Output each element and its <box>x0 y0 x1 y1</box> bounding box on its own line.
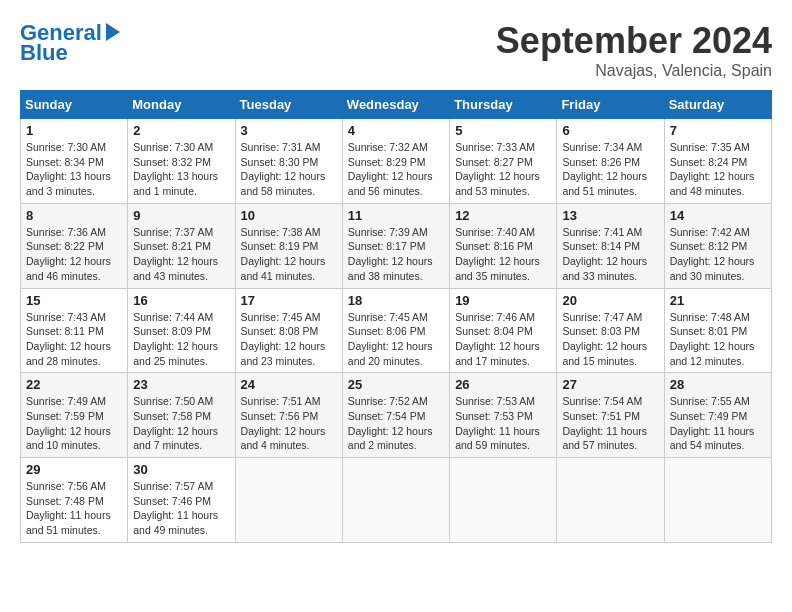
day-info: Sunrise: 7:34 AMSunset: 8:26 PMDaylight:… <box>562 140 658 199</box>
day-number: 5 <box>455 123 551 138</box>
calendar-cell: 24Sunrise: 7:51 AMSunset: 7:56 PMDayligh… <box>235 373 342 458</box>
day-number: 23 <box>133 377 229 392</box>
day-number: 25 <box>348 377 444 392</box>
calendar-week-row: 22Sunrise: 7:49 AMSunset: 7:59 PMDayligh… <box>21 373 772 458</box>
day-info: Sunrise: 7:45 AMSunset: 8:06 PMDaylight:… <box>348 310 444 369</box>
weekday-header-tuesday: Tuesday <box>235 91 342 119</box>
calendar-cell: 19Sunrise: 7:46 AMSunset: 8:04 PMDayligh… <box>450 288 557 373</box>
calendar-cell <box>557 458 664 543</box>
day-number: 13 <box>562 208 658 223</box>
day-number: 17 <box>241 293 337 308</box>
day-info: Sunrise: 7:43 AMSunset: 8:11 PMDaylight:… <box>26 310 122 369</box>
day-info: Sunrise: 7:32 AMSunset: 8:29 PMDaylight:… <box>348 140 444 199</box>
svg-marker-0 <box>106 23 120 41</box>
weekday-header-thursday: Thursday <box>450 91 557 119</box>
calendar-cell <box>664 458 771 543</box>
day-info: Sunrise: 7:40 AMSunset: 8:16 PMDaylight:… <box>455 225 551 284</box>
day-number: 12 <box>455 208 551 223</box>
day-info: Sunrise: 7:38 AMSunset: 8:19 PMDaylight:… <box>241 225 337 284</box>
calendar-cell: 16Sunrise: 7:44 AMSunset: 8:09 PMDayligh… <box>128 288 235 373</box>
calendar-cell <box>235 458 342 543</box>
calendar-cell: 23Sunrise: 7:50 AMSunset: 7:58 PMDayligh… <box>128 373 235 458</box>
weekday-header-friday: Friday <box>557 91 664 119</box>
calendar-cell: 4Sunrise: 7:32 AMSunset: 8:29 PMDaylight… <box>342 119 449 204</box>
day-number: 19 <box>455 293 551 308</box>
day-number: 10 <box>241 208 337 223</box>
day-number: 22 <box>26 377 122 392</box>
day-info: Sunrise: 7:48 AMSunset: 8:01 PMDaylight:… <box>670 310 766 369</box>
calendar-cell: 8Sunrise: 7:36 AMSunset: 8:22 PMDaylight… <box>21 203 128 288</box>
day-info: Sunrise: 7:55 AMSunset: 7:49 PMDaylight:… <box>670 394 766 453</box>
calendar-cell: 21Sunrise: 7:48 AMSunset: 8:01 PMDayligh… <box>664 288 771 373</box>
calendar-cell: 28Sunrise: 7:55 AMSunset: 7:49 PMDayligh… <box>664 373 771 458</box>
day-info: Sunrise: 7:56 AMSunset: 7:48 PMDaylight:… <box>26 479 122 538</box>
day-info: Sunrise: 7:49 AMSunset: 7:59 PMDaylight:… <box>26 394 122 453</box>
calendar-cell: 11Sunrise: 7:39 AMSunset: 8:17 PMDayligh… <box>342 203 449 288</box>
calendar-cell: 18Sunrise: 7:45 AMSunset: 8:06 PMDayligh… <box>342 288 449 373</box>
calendar-cell: 20Sunrise: 7:47 AMSunset: 8:03 PMDayligh… <box>557 288 664 373</box>
day-info: Sunrise: 7:51 AMSunset: 7:56 PMDaylight:… <box>241 394 337 453</box>
day-info: Sunrise: 7:53 AMSunset: 7:53 PMDaylight:… <box>455 394 551 453</box>
day-info: Sunrise: 7:30 AMSunset: 8:34 PMDaylight:… <box>26 140 122 199</box>
day-info: Sunrise: 7:41 AMSunset: 8:14 PMDaylight:… <box>562 225 658 284</box>
calendar-cell: 5Sunrise: 7:33 AMSunset: 8:27 PMDaylight… <box>450 119 557 204</box>
day-number: 14 <box>670 208 766 223</box>
month-title: September 2024 <box>496 20 772 62</box>
day-number: 4 <box>348 123 444 138</box>
weekday-header-monday: Monday <box>128 91 235 119</box>
day-info: Sunrise: 7:31 AMSunset: 8:30 PMDaylight:… <box>241 140 337 199</box>
calendar-cell: 6Sunrise: 7:34 AMSunset: 8:26 PMDaylight… <box>557 119 664 204</box>
calendar-cell: 15Sunrise: 7:43 AMSunset: 8:11 PMDayligh… <box>21 288 128 373</box>
calendar-cell: 3Sunrise: 7:31 AMSunset: 8:30 PMDaylight… <box>235 119 342 204</box>
calendar-cell: 14Sunrise: 7:42 AMSunset: 8:12 PMDayligh… <box>664 203 771 288</box>
calendar-table: SundayMondayTuesdayWednesdayThursdayFrid… <box>20 90 772 543</box>
day-number: 29 <box>26 462 122 477</box>
calendar-cell <box>450 458 557 543</box>
location: Navajas, Valencia, Spain <box>496 62 772 80</box>
day-number: 24 <box>241 377 337 392</box>
day-info: Sunrise: 7:44 AMSunset: 8:09 PMDaylight:… <box>133 310 229 369</box>
calendar-week-row: 29Sunrise: 7:56 AMSunset: 7:48 PMDayligh… <box>21 458 772 543</box>
day-info: Sunrise: 7:57 AMSunset: 7:46 PMDaylight:… <box>133 479 229 538</box>
calendar-cell: 1Sunrise: 7:30 AMSunset: 8:34 PMDaylight… <box>21 119 128 204</box>
day-info: Sunrise: 7:54 AMSunset: 7:51 PMDaylight:… <box>562 394 658 453</box>
calendar-cell: 2Sunrise: 7:30 AMSunset: 8:32 PMDaylight… <box>128 119 235 204</box>
day-number: 8 <box>26 208 122 223</box>
day-number: 9 <box>133 208 229 223</box>
logo: General Blue <box>20 20 120 65</box>
day-number: 20 <box>562 293 658 308</box>
calendar-cell: 10Sunrise: 7:38 AMSunset: 8:19 PMDayligh… <box>235 203 342 288</box>
day-number: 2 <box>133 123 229 138</box>
day-info: Sunrise: 7:35 AMSunset: 8:24 PMDaylight:… <box>670 140 766 199</box>
day-info: Sunrise: 7:39 AMSunset: 8:17 PMDaylight:… <box>348 225 444 284</box>
day-number: 16 <box>133 293 229 308</box>
day-info: Sunrise: 7:50 AMSunset: 7:58 PMDaylight:… <box>133 394 229 453</box>
day-number: 30 <box>133 462 229 477</box>
day-info: Sunrise: 7:33 AMSunset: 8:27 PMDaylight:… <box>455 140 551 199</box>
day-number: 6 <box>562 123 658 138</box>
calendar-cell: 30Sunrise: 7:57 AMSunset: 7:46 PMDayligh… <box>128 458 235 543</box>
day-number: 7 <box>670 123 766 138</box>
day-info: Sunrise: 7:52 AMSunset: 7:54 PMDaylight:… <box>348 394 444 453</box>
calendar-cell: 25Sunrise: 7:52 AMSunset: 7:54 PMDayligh… <box>342 373 449 458</box>
day-info: Sunrise: 7:42 AMSunset: 8:12 PMDaylight:… <box>670 225 766 284</box>
title-block: September 2024 Navajas, Valencia, Spain <box>496 20 772 80</box>
calendar-cell: 7Sunrise: 7:35 AMSunset: 8:24 PMDaylight… <box>664 119 771 204</box>
day-number: 28 <box>670 377 766 392</box>
calendar-cell: 26Sunrise: 7:53 AMSunset: 7:53 PMDayligh… <box>450 373 557 458</box>
calendar-cell: 29Sunrise: 7:56 AMSunset: 7:48 PMDayligh… <box>21 458 128 543</box>
day-number: 21 <box>670 293 766 308</box>
calendar-cell: 9Sunrise: 7:37 AMSunset: 8:21 PMDaylight… <box>128 203 235 288</box>
day-number: 26 <box>455 377 551 392</box>
calendar-week-row: 15Sunrise: 7:43 AMSunset: 8:11 PMDayligh… <box>21 288 772 373</box>
page-header: General Blue September 2024 Navajas, Val… <box>20 20 772 80</box>
day-number: 27 <box>562 377 658 392</box>
day-info: Sunrise: 7:36 AMSunset: 8:22 PMDaylight:… <box>26 225 122 284</box>
calendar-cell <box>342 458 449 543</box>
day-number: 1 <box>26 123 122 138</box>
day-info: Sunrise: 7:47 AMSunset: 8:03 PMDaylight:… <box>562 310 658 369</box>
calendar-cell: 22Sunrise: 7:49 AMSunset: 7:59 PMDayligh… <box>21 373 128 458</box>
logo-arrow-icon <box>106 23 120 45</box>
weekday-header-sunday: Sunday <box>21 91 128 119</box>
day-info: Sunrise: 7:45 AMSunset: 8:08 PMDaylight:… <box>241 310 337 369</box>
